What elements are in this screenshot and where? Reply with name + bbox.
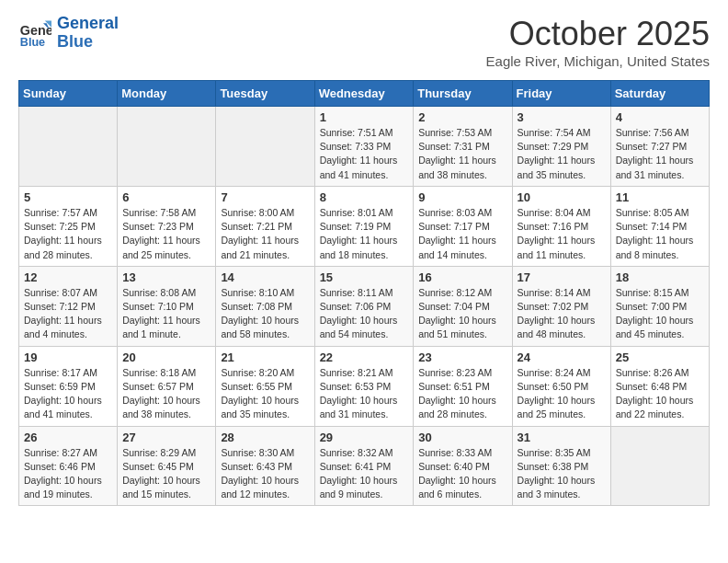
day-info: Sunrise: 8:17 AM Sunset: 6:59 PM Dayligh…	[24, 366, 112, 422]
weekday-header-monday: Monday	[118, 81, 216, 107]
logo-icon: General Blue	[18, 17, 51, 50]
calendar-cell: 17Sunrise: 8:14 AM Sunset: 7:02 PM Dayli…	[512, 266, 610, 346]
day-number: 24	[518, 350, 606, 364]
day-number: 30	[418, 431, 506, 444]
calendar-cell	[118, 107, 216, 187]
calendar-cell: 10Sunrise: 8:04 AM Sunset: 7:16 PM Dayli…	[512, 186, 610, 266]
day-number: 8	[320, 190, 409, 204]
calendar-cell	[610, 426, 709, 506]
day-info: Sunrise: 8:03 AM Sunset: 7:17 PM Dayligh…	[418, 206, 506, 262]
day-number: 25	[616, 350, 704, 364]
calendar-cell: 1Sunrise: 7:51 AM Sunset: 7:33 PM Daylig…	[314, 107, 414, 187]
day-info: Sunrise: 8:32 AM Sunset: 6:41 PM Dayligh…	[320, 446, 409, 502]
calendar-cell: 12Sunrise: 8:07 AM Sunset: 7:12 PM Dayli…	[19, 266, 118, 346]
day-info: Sunrise: 8:18 AM Sunset: 6:57 PM Dayligh…	[122, 366, 210, 422]
calendar-cell: 8Sunrise: 8:01 AM Sunset: 7:19 PM Daylig…	[314, 186, 414, 266]
calendar-cell: 26Sunrise: 8:27 AM Sunset: 6:46 PM Dayli…	[19, 426, 118, 506]
day-number: 21	[221, 350, 309, 364]
svg-text:Blue: Blue	[20, 36, 45, 49]
weekday-header-wednesday: Wednesday	[314, 81, 414, 107]
day-info: Sunrise: 8:30 AM Sunset: 6:43 PM Dayligh…	[221, 446, 309, 502]
day-info: Sunrise: 8:04 AM Sunset: 7:16 PM Dayligh…	[518, 206, 606, 262]
weekday-header-sunday: Sunday	[19, 81, 118, 107]
calendar-cell: 23Sunrise: 8:23 AM Sunset: 6:51 PM Dayli…	[414, 346, 512, 426]
calendar-cell: 29Sunrise: 8:32 AM Sunset: 6:41 PM Dayli…	[314, 426, 414, 506]
day-number: 2	[418, 110, 506, 124]
day-info: Sunrise: 8:11 AM Sunset: 7:06 PM Dayligh…	[320, 286, 409, 342]
day-number: 7	[221, 190, 309, 204]
calendar-week-5: 26Sunrise: 8:27 AM Sunset: 6:46 PM Dayli…	[19, 426, 710, 506]
calendar-cell: 19Sunrise: 8:17 AM Sunset: 6:59 PM Dayli…	[19, 346, 118, 426]
day-number: 26	[24, 431, 112, 444]
day-info: Sunrise: 8:26 AM Sunset: 6:48 PM Dayligh…	[616, 366, 704, 422]
calendar-cell: 9Sunrise: 8:03 AM Sunset: 7:17 PM Daylig…	[414, 186, 512, 266]
day-info: Sunrise: 8:24 AM Sunset: 6:50 PM Dayligh…	[518, 366, 606, 422]
title-block: October 2025 Eagle River, Michigan, Unit…	[486, 15, 710, 69]
calendar-cell: 14Sunrise: 8:10 AM Sunset: 7:08 PM Dayli…	[216, 266, 314, 346]
day-number: 28	[221, 431, 309, 444]
month-title: October 2025	[486, 15, 710, 53]
page-header: General Blue General Blue October 2025 E…	[18, 15, 710, 69]
calendar-cell: 24Sunrise: 8:24 AM Sunset: 6:50 PM Dayli…	[512, 346, 610, 426]
day-info: Sunrise: 8:14 AM Sunset: 7:02 PM Dayligh…	[518, 286, 606, 342]
day-number: 13	[122, 270, 210, 284]
calendar-cell: 21Sunrise: 8:20 AM Sunset: 6:55 PM Dayli…	[216, 346, 314, 426]
day-number: 18	[616, 270, 704, 284]
calendar-week-3: 12Sunrise: 8:07 AM Sunset: 7:12 PM Dayli…	[19, 266, 710, 346]
day-number: 1	[320, 110, 409, 124]
day-info: Sunrise: 7:58 AM Sunset: 7:23 PM Dayligh…	[122, 206, 210, 262]
day-number: 6	[122, 190, 210, 204]
calendar-cell: 15Sunrise: 8:11 AM Sunset: 7:06 PM Dayli…	[314, 266, 414, 346]
day-number: 16	[418, 270, 506, 284]
calendar-cell: 25Sunrise: 8:26 AM Sunset: 6:48 PM Dayli…	[610, 346, 709, 426]
day-info: Sunrise: 8:20 AM Sunset: 6:55 PM Dayligh…	[221, 366, 309, 422]
day-info: Sunrise: 8:21 AM Sunset: 6:53 PM Dayligh…	[320, 366, 409, 422]
calendar-cell: 27Sunrise: 8:29 AM Sunset: 6:45 PM Dayli…	[118, 426, 216, 506]
day-info: Sunrise: 8:10 AM Sunset: 7:08 PM Dayligh…	[221, 286, 309, 342]
day-number: 4	[616, 110, 704, 124]
location-text: Eagle River, Michigan, United States	[486, 53, 710, 69]
calendar-cell: 6Sunrise: 7:58 AM Sunset: 7:23 PM Daylig…	[118, 186, 216, 266]
day-number: 9	[418, 190, 506, 204]
day-number: 14	[221, 270, 309, 284]
calendar-cell: 22Sunrise: 8:21 AM Sunset: 6:53 PM Dayli…	[314, 346, 414, 426]
day-info: Sunrise: 8:00 AM Sunset: 7:21 PM Dayligh…	[221, 206, 309, 262]
day-number: 27	[122, 431, 210, 444]
weekday-header-tuesday: Tuesday	[216, 81, 314, 107]
calendar-cell: 16Sunrise: 8:12 AM Sunset: 7:04 PM Dayli…	[414, 266, 512, 346]
logo-general: General	[57, 14, 119, 32]
calendar-cell: 30Sunrise: 8:33 AM Sunset: 6:40 PM Dayli…	[414, 426, 512, 506]
day-info: Sunrise: 8:05 AM Sunset: 7:14 PM Dayligh…	[616, 206, 704, 262]
calendar-cell: 7Sunrise: 8:00 AM Sunset: 7:21 PM Daylig…	[216, 186, 314, 266]
day-number: 15	[320, 270, 409, 284]
day-info: Sunrise: 7:53 AM Sunset: 7:31 PM Dayligh…	[418, 126, 506, 182]
day-info: Sunrise: 8:29 AM Sunset: 6:45 PM Dayligh…	[122, 446, 210, 502]
logo-blue: Blue	[57, 32, 93, 51]
day-number: 10	[518, 190, 606, 204]
day-info: Sunrise: 8:35 AM Sunset: 6:38 PM Dayligh…	[518, 446, 606, 502]
calendar-cell	[216, 107, 314, 187]
calendar-cell: 5Sunrise: 7:57 AM Sunset: 7:25 PM Daylig…	[19, 186, 118, 266]
weekday-header-friday: Friday	[512, 81, 610, 107]
day-info: Sunrise: 8:27 AM Sunset: 6:46 PM Dayligh…	[24, 446, 112, 502]
day-info: Sunrise: 8:33 AM Sunset: 6:40 PM Dayligh…	[418, 446, 506, 502]
calendar-cell: 28Sunrise: 8:30 AM Sunset: 6:43 PM Dayli…	[216, 426, 314, 506]
calendar-cell: 18Sunrise: 8:15 AM Sunset: 7:00 PM Dayli…	[610, 266, 709, 346]
day-number: 20	[122, 350, 210, 364]
day-info: Sunrise: 8:15 AM Sunset: 7:00 PM Dayligh…	[616, 286, 704, 342]
calendar-table: SundayMondayTuesdayWednesdayThursdayFrid…	[18, 80, 710, 506]
day-info: Sunrise: 7:57 AM Sunset: 7:25 PM Dayligh…	[24, 206, 112, 262]
day-info: Sunrise: 7:51 AM Sunset: 7:33 PM Dayligh…	[320, 126, 409, 182]
day-info: Sunrise: 8:07 AM Sunset: 7:12 PM Dayligh…	[24, 286, 112, 342]
day-number: 17	[518, 270, 606, 284]
calendar-cell: 11Sunrise: 8:05 AM Sunset: 7:14 PM Dayli…	[610, 186, 709, 266]
calendar-cell: 2Sunrise: 7:53 AM Sunset: 7:31 PM Daylig…	[414, 107, 512, 187]
day-info: Sunrise: 7:56 AM Sunset: 7:27 PM Dayligh…	[616, 126, 704, 182]
calendar-cell: 4Sunrise: 7:56 AM Sunset: 7:27 PM Daylig…	[610, 107, 709, 187]
weekday-header-saturday: Saturday	[610, 81, 709, 107]
day-info: Sunrise: 7:54 AM Sunset: 7:29 PM Dayligh…	[518, 126, 606, 182]
weekday-header-thursday: Thursday	[414, 81, 512, 107]
calendar-week-4: 19Sunrise: 8:17 AM Sunset: 6:59 PM Dayli…	[19, 346, 710, 426]
calendar-cell	[19, 107, 118, 187]
day-number: 23	[418, 350, 506, 364]
